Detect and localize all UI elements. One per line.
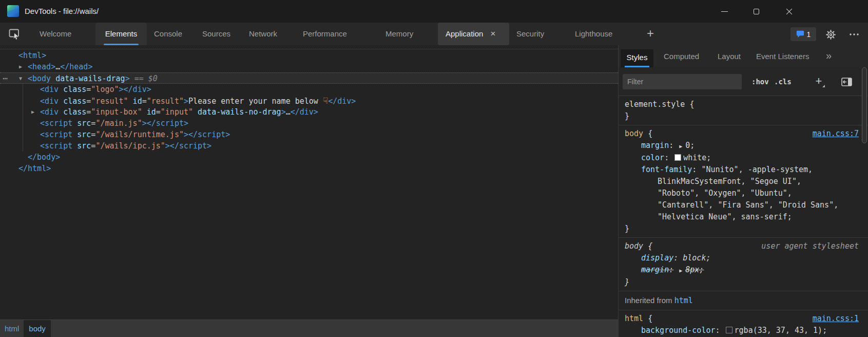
dom-node[interactable]: <script src="/wails/ipc.js"></script> xyxy=(0,140,618,152)
tab-security[interactable]: Security xyxy=(516,23,544,45)
sidebar-tab-computed[interactable]: Computed xyxy=(664,45,699,67)
dom-node[interactable]: </html> xyxy=(0,163,618,174)
minimize-button[interactable] xyxy=(713,0,736,23)
tab-label: Performance xyxy=(303,29,347,38)
dom-token-tag: ></script> xyxy=(142,119,188,128)
css-declaration-color[interactable]: color: white; xyxy=(625,152,868,164)
styles-filter-input[interactable] xyxy=(623,74,742,89)
css-declaration-margin[interactable]: margin: ▶8px; xyxy=(625,264,868,276)
devtools-logo-icon xyxy=(7,5,19,17)
dom-token-tag: <div xyxy=(40,97,59,106)
toggle-element-state-button[interactable]: :hov xyxy=(751,75,769,88)
styles-pane: element.style {}body {main.css:7margin: … xyxy=(619,96,868,337)
tab-performance[interactable]: Performance xyxy=(303,23,347,45)
expand-arrow-icon[interactable]: ▶ xyxy=(31,106,34,118)
dom-node[interactable]: <div class="result" id="result">Please e… xyxy=(0,95,618,106)
tab-console[interactable]: Console xyxy=(154,23,182,45)
color-swatch[interactable] xyxy=(674,154,681,161)
color-swatch[interactable] xyxy=(726,327,732,333)
tab-lighthouse[interactable]: Lighthouse xyxy=(575,23,612,45)
css-colon: : xyxy=(669,265,673,274)
dom-token-txt: … xyxy=(55,62,60,71)
breadcrumb-item-html[interactable]: html xyxy=(0,320,24,337)
dom-node-selected[interactable]: ⋯▼<body data-wails-drag> == $0 xyxy=(0,72,618,84)
dom-token-eq: = xyxy=(156,107,161,117)
css-colon: : xyxy=(664,153,669,162)
close-tab-icon[interactable]: × xyxy=(490,23,495,45)
dom-node[interactable]: ▶<div class="input-box" id="input" data-… xyxy=(0,106,618,118)
stylesheet-source-link[interactable]: main.css:1 xyxy=(813,313,859,325)
sidebar-tab-layout[interactable]: Layout xyxy=(718,45,741,67)
dom-token-val: "logo" xyxy=(91,85,119,94)
css-colon: : xyxy=(673,253,678,263)
dom-token-tag: > xyxy=(184,97,188,106)
tab-application[interactable]: Application× xyxy=(438,23,509,45)
css-property-name: color xyxy=(641,153,664,162)
dom-node[interactable]: <script src="/wails/runtime.js"></script… xyxy=(0,129,618,140)
css-declaration-display[interactable]: display: block; xyxy=(625,252,868,264)
more-tools-button[interactable]: + xyxy=(643,23,658,45)
dom-node[interactable]: <html> xyxy=(0,50,618,61)
node-menu-dots-icon[interactable]: ⋯ xyxy=(3,73,8,84)
settings-button[interactable] xyxy=(823,28,838,41)
dom-token-tag: ></div> xyxy=(119,85,151,94)
dom-node[interactable]: ▶<head>…</head> xyxy=(0,61,618,72)
toggle-computed-sidebar-button[interactable] xyxy=(839,76,854,88)
css-colon: : xyxy=(716,326,720,335)
dom-token-tag: </html> xyxy=(18,164,51,173)
dom-token-tag: </body> xyxy=(28,153,60,162)
tab-label: Memory xyxy=(385,29,413,38)
sidebar-tab-event-listeners[interactable]: Event Listeners xyxy=(756,45,809,67)
css-declaration-margin[interactable]: margin: ▶0; xyxy=(625,140,868,152)
expand-longhand-icon[interactable]: ▶ xyxy=(679,268,682,273)
tab-memory[interactable]: Memory xyxy=(385,23,413,45)
pointing-down-icon: ☟ xyxy=(323,96,328,106)
tab-welcome[interactable]: Welcome xyxy=(40,23,71,45)
close-button[interactable] xyxy=(778,0,800,23)
more-sidebar-tabs-button[interactable]: » xyxy=(826,45,832,66)
customize-devtools-button[interactable] xyxy=(847,28,861,41)
issues-counter-button[interactable]: 1 xyxy=(790,27,816,41)
stylesheet-source-link[interactable]: main.css:7 xyxy=(813,128,859,140)
inherited-from-header: Inherited from html xyxy=(619,291,868,310)
collapse-arrow-icon[interactable]: ▼ xyxy=(19,73,22,84)
dom-token-tag: <div xyxy=(40,107,59,117)
breadcrumb: htmlbody xyxy=(0,320,618,337)
sidebar-tab-styles[interactable]: Styles xyxy=(621,49,653,67)
dom-node[interactable]: <script src="/main.js"></script> xyxy=(0,118,618,129)
stylesheet-source-note: user agent stylesheet xyxy=(761,240,859,252)
expand-longhand-icon[interactable]: ▶ xyxy=(679,143,682,149)
styles-scrollbar[interactable] xyxy=(862,67,867,143)
css-declaration-font-family[interactable]: font-family: "Nunito", -apple-system, xyxy=(625,164,868,176)
dom-token-tag: <body xyxy=(28,74,51,83)
css-property-name: margin xyxy=(641,265,669,274)
tab-sources[interactable]: Sources xyxy=(202,23,230,45)
inspect-element-button[interactable] xyxy=(6,27,24,42)
element-classes-button[interactable]: .cls xyxy=(774,75,792,88)
maximize-button[interactable] xyxy=(745,0,767,23)
sidebar-toggle-icon xyxy=(841,78,852,86)
dom-tree: <html>▶<head>…</head>⋯▼<body data-wails-… xyxy=(0,50,618,174)
dom-token-tag: > xyxy=(281,107,286,117)
new-style-rule-button[interactable]: + xyxy=(812,74,826,89)
breadcrumb-item-body[interactable]: body xyxy=(24,320,51,337)
rule-closing-brace: } xyxy=(625,276,868,288)
rule-selector: body xyxy=(625,129,643,138)
inherited-node-link[interactable]: html xyxy=(674,296,693,305)
tab-label: Welcome xyxy=(40,29,71,38)
elements-panel: <html>▶<head>…</head>⋯▼<body data-wails-… xyxy=(0,45,618,337)
tab-elements[interactable]: Elements xyxy=(95,23,147,45)
tree-indent-guideline xyxy=(23,84,23,152)
dom-node[interactable]: <div class="logo"></div> xyxy=(0,84,618,95)
rule-selector-line[interactable]: element.style { xyxy=(625,99,868,110)
dom-token-val: "result" xyxy=(147,97,184,106)
dom-node[interactable]: </body> xyxy=(0,152,618,163)
dom-token-attr: src xyxy=(72,141,91,151)
rule-selector: body xyxy=(625,241,643,251)
tab-label: Elements xyxy=(105,29,138,38)
css-value-continuation: "Helvetica Neue", sans-serif; xyxy=(625,211,868,223)
dom-token-eq: = xyxy=(86,107,91,117)
tab-network[interactable]: Network xyxy=(249,23,277,45)
expand-arrow-icon[interactable]: ▶ xyxy=(19,61,22,72)
css-declaration-background-color[interactable]: background-color: rgba(33, 37, 43, 1); xyxy=(625,325,868,336)
